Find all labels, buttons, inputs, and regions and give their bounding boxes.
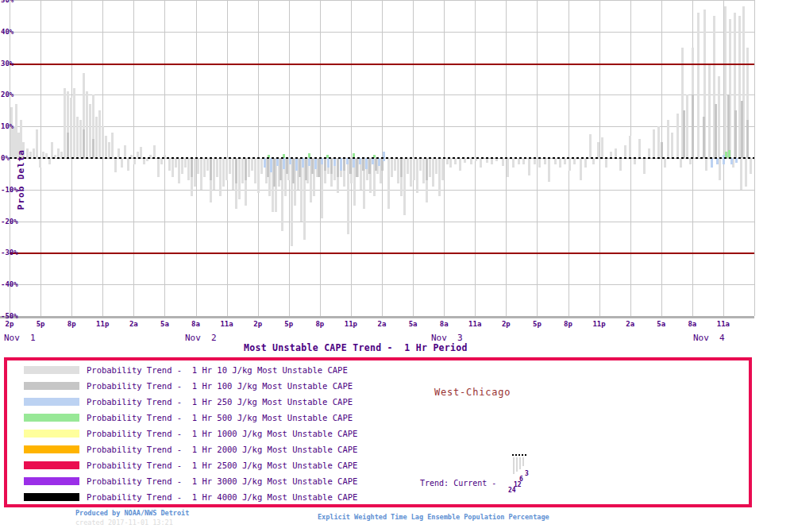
prob-delta-bar (254, 158, 256, 183)
prob-delta-bar (241, 158, 244, 183)
prob-delta-bar (114, 158, 117, 172)
prob-delta-bar (383, 152, 385, 161)
prob-delta-bar (676, 114, 679, 158)
prob-delta-bar (619, 158, 622, 171)
prob-delta-bar (719, 158, 721, 180)
lower-threshold-line (10, 253, 754, 254)
prob-delta-bar (184, 158, 187, 168)
y-tick-label: 20% (1, 91, 13, 98)
x-tick-label: 2p (248, 320, 268, 328)
prob-delta-bar (740, 158, 742, 190)
prob-delta-bar (680, 158, 682, 168)
prob-delta-bar (683, 110, 685, 158)
prob-delta-bar (711, 158, 713, 168)
prob-delta-bar (314, 158, 317, 169)
prob-delta-bar (705, 158, 707, 171)
prob-delta-bar (248, 158, 250, 177)
chart-title: Most Unstable CAPE Trend - 1 Hr Period (244, 342, 468, 353)
date-label: Nov 1 (4, 333, 36, 343)
y-axis-label: Prob Delta (16, 149, 26, 210)
prob-delta-bar (299, 158, 301, 177)
prob-delta-bar (426, 158, 428, 180)
prob-delta-bar (305, 158, 307, 180)
y-tick-label: -20% (1, 218, 18, 226)
prob-delta-bar (671, 133, 673, 158)
prob-delta-bar (441, 158, 444, 180)
prob-delta-bar (419, 158, 422, 171)
prob-delta-bar (225, 158, 228, 180)
prob-delta-bar (276, 158, 279, 166)
prob-delta-bar (407, 158, 409, 174)
prob-delta-bar (222, 158, 225, 187)
prob-delta-bar (39, 158, 41, 168)
prob-delta-bar (175, 158, 177, 168)
prob-delta-bar (580, 158, 582, 180)
prob-delta-bar (168, 158, 171, 171)
prob-delta-bar (324, 158, 326, 171)
plot-area: 50%40%30%20%10%0%-10%-20%-30%-40%-50%2p5… (0, 0, 756, 319)
y-tick-label: 30% (1, 60, 13, 67)
prob-delta-bar (597, 142, 599, 158)
legend-swatch (24, 445, 79, 453)
prob-delta-bar (459, 158, 461, 171)
prob-delta-bar (79, 120, 82, 158)
prob-delta-bar (394, 158, 396, 171)
prob-delta-bar (410, 158, 412, 187)
x-tick-label: 5a (651, 320, 672, 328)
prob-delta-bar (178, 158, 180, 183)
prob-delta-bar (416, 158, 418, 193)
prob-delta-bar (235, 158, 237, 183)
x-tick-label: 2p (0, 320, 20, 328)
prob-delta-bar (92, 139, 94, 158)
prob-delta-bar (270, 158, 272, 172)
x-tick-label: 2a (372, 320, 392, 328)
trend-current-label: Trend: Current - (420, 479, 496, 488)
prob-delta-bar (569, 158, 571, 171)
prob-delta-bar (716, 158, 719, 164)
prob-delta-bar (257, 158, 260, 193)
trend-sample-hour-label: 3 (525, 470, 529, 477)
prob-delta-bar (661, 142, 663, 158)
prob-delta-bar (362, 158, 364, 171)
legend-label: Probability Trend - 1 Hr 100 J/kg Most U… (87, 381, 353, 391)
legend-swatch (24, 382, 79, 390)
y-tick-label: 10% (1, 122, 13, 130)
prob-delta-bar (734, 110, 737, 158)
prob-delta-bar (592, 158, 595, 164)
prob-delta-bar (365, 158, 368, 169)
prob-delta-bar (584, 158, 587, 168)
footer-ensemble-note: Explicit Weighted Time Lag Ensemble Popu… (318, 513, 549, 521)
legend-label: Probability Trend - 1 Hr 10 J/kg Most Un… (87, 365, 348, 375)
prob-delta-bar (446, 158, 449, 164)
prob-delta-bar (634, 158, 636, 164)
prob-delta-bar (528, 158, 530, 175)
prob-delta-bar (143, 158, 145, 164)
prob-delta-bar (715, 104, 717, 158)
prob-delta-bar (470, 158, 472, 164)
prob-delta-bar (653, 129, 655, 158)
x-tick-label: 11a (464, 320, 485, 328)
prob-delta-bar (378, 158, 380, 166)
prob-delta-bar (219, 158, 222, 196)
legend-swatch (24, 430, 79, 438)
x-tick-label: 11p (92, 320, 113, 328)
prob-delta-bar (605, 158, 607, 168)
prob-delta-bar (127, 158, 129, 171)
x-tick-label: 5p (30, 320, 51, 328)
prob-delta-bar (279, 158, 282, 180)
prob-delta-bar (664, 158, 666, 168)
x-tick-label: 11p (589, 320, 610, 328)
x-tick-label: 11a (713, 320, 734, 328)
prob-delta-bar (267, 158, 269, 177)
prob-delta-bar (727, 94, 730, 158)
prob-delta-bar (194, 158, 196, 187)
prob-delta-bar (624, 145, 626, 158)
prob-delta-bar (191, 158, 193, 177)
prob-delta-bar (657, 126, 660, 158)
prob-delta-bar (264, 158, 266, 168)
prob-delta-bar (359, 158, 361, 164)
prob-delta-bar (245, 158, 247, 180)
prob-delta-bar (589, 134, 592, 158)
prob-delta-bar (311, 158, 314, 174)
x-tick-label: 5p (279, 320, 299, 328)
